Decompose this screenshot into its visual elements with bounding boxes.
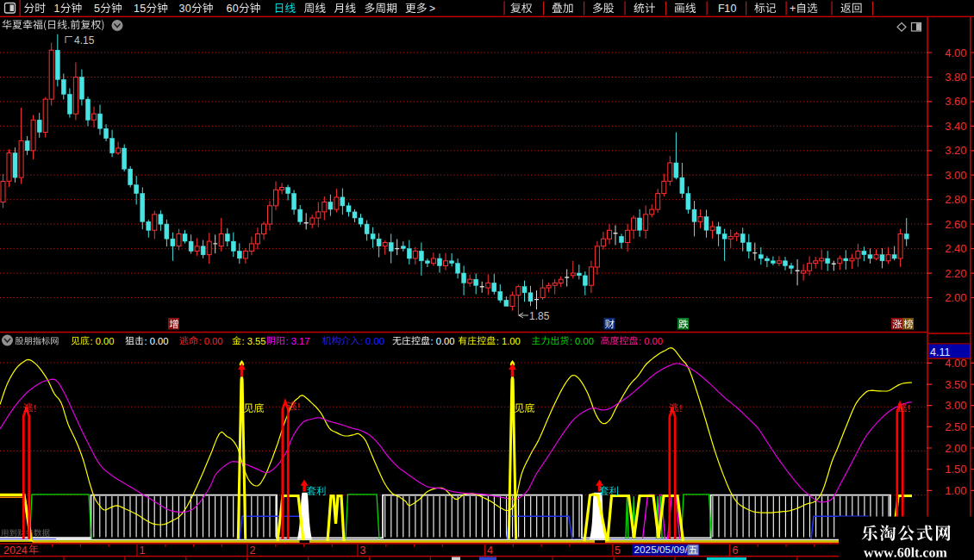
- svg-text:4: 4: [487, 544, 493, 557]
- svg-text:2.00: 2.00: [945, 291, 966, 304]
- svg-text:: 0.00: : 0.00: [570, 336, 594, 346]
- svg-text:4.15: 4.15: [74, 34, 95, 47]
- svg-text:3.40: 3.40: [945, 120, 966, 133]
- svg-text:!: !: [297, 401, 300, 412]
- svg-text:6: 6: [227, 3, 233, 15]
- svg-text:3.20: 3.20: [945, 144, 966, 157]
- svg-text:5: 5: [140, 3, 146, 15]
- svg-text:2.50: 2.50: [945, 420, 966, 433]
- svg-text:!: !: [908, 403, 910, 414]
- svg-text:2025/05/09/: 2025/05/09/: [634, 544, 689, 556]
- svg-text:4.11: 4.11: [930, 346, 950, 358]
- svg-text:: 3.55: : 3.55: [242, 336, 266, 346]
- svg-text:0: 0: [233, 3, 239, 15]
- svg-text:5: 5: [94, 3, 100, 15]
- svg-text:3: 3: [179, 3, 185, 15]
- svg-text:1.85: 1.85: [529, 310, 550, 322]
- svg-text:: 0.00: : 0.00: [431, 336, 455, 346]
- svg-text:3.00: 3.00: [945, 169, 966, 182]
- svg-text:2.80: 2.80: [945, 193, 966, 206]
- svg-text:1.00: 1.00: [945, 484, 966, 497]
- svg-text:4.00: 4.00: [945, 47, 966, 59]
- svg-text:6: 6: [733, 544, 739, 557]
- svg-text:5: 5: [615, 544, 621, 557]
- svg-text:1: 1: [140, 544, 146, 557]
- svg-text:2.40: 2.40: [945, 242, 966, 255]
- svg-text:2.60: 2.60: [945, 218, 966, 231]
- svg-text:: 1.00: : 1.00: [496, 336, 521, 346]
- svg-text:0: 0: [185, 3, 191, 15]
- svg-text:!: !: [34, 403, 36, 414]
- svg-text:3.00: 3.00: [945, 399, 966, 412]
- svg-text:: 0.00: : 0.00: [91, 336, 115, 346]
- svg-text:3.80: 3.80: [945, 71, 966, 84]
- svg-text:2.20: 2.20: [945, 267, 966, 280]
- svg-text:2024: 2024: [3, 544, 28, 557]
- svg-text:3.60: 3.60: [945, 95, 966, 108]
- svg-text:: 0.00: : 0.00: [360, 336, 384, 346]
- svg-text:1.50: 1.50: [945, 463, 966, 476]
- svg-text:: 3.17: : 3.17: [286, 336, 310, 346]
- svg-text:2.00: 2.00: [945, 442, 966, 455]
- svg-text:0: 0: [730, 3, 736, 15]
- svg-text:: 0.00: : 0.00: [639, 336, 663, 346]
- svg-text:2: 2: [250, 544, 256, 557]
- svg-text:3: 3: [360, 544, 366, 557]
- svg-text:1: 1: [54, 3, 60, 15]
- svg-text:!: !: [679, 403, 682, 414]
- svg-text:>: >: [429, 3, 435, 15]
- svg-text:3.50: 3.50: [945, 378, 966, 391]
- svg-text:1: 1: [134, 3, 140, 15]
- svg-text:1: 1: [724, 3, 730, 15]
- svg-text:: 0.00: : 0.00: [199, 336, 223, 346]
- svg-text:+: +: [790, 3, 796, 15]
- svg-text:: 0.00: : 0.00: [145, 336, 169, 346]
